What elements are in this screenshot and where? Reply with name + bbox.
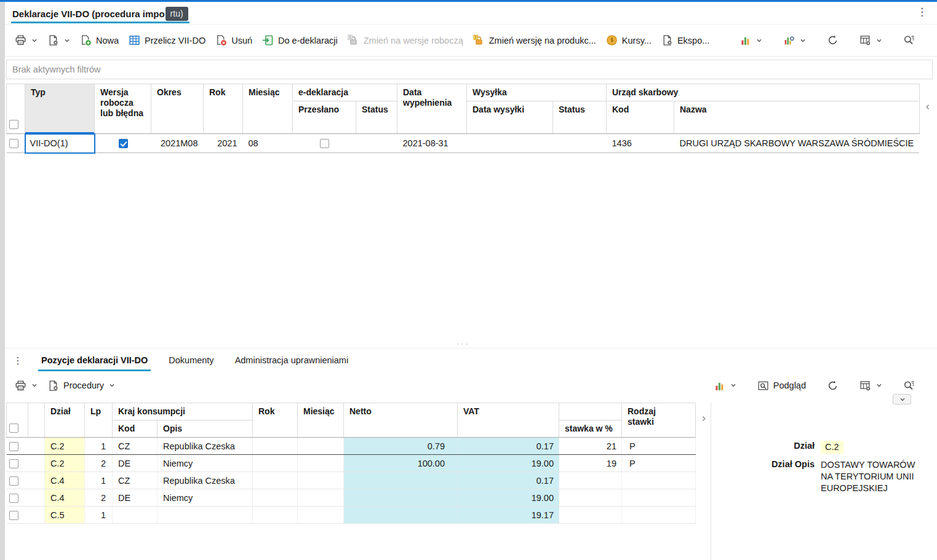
cell-kod[interactable]: DE [113, 455, 157, 472]
cell-lp[interactable]: 2 [85, 455, 113, 472]
cell-dzial[interactable]: C.2 [45, 455, 85, 472]
cell-opis[interactable] [157, 507, 253, 524]
cell-kod[interactable] [113, 507, 157, 524]
cell-rok[interactable] [253, 438, 298, 455]
chart-view-button[interactable] [735, 31, 767, 50]
expand-detail-panel-button[interactable] [697, 411, 709, 426]
col-header-nazwa[interactable]: Nazwa [674, 101, 920, 134]
cell-stawka[interactable]: 19 [559, 455, 622, 472]
cell-opis[interactable]: Niemcy [157, 455, 253, 472]
print-button[interactable] [10, 31, 42, 50]
cell-miesiac[interactable] [298, 489, 344, 507]
col-header-kod[interactable]: Kod [113, 420, 157, 438]
cell-rodzaj-stawki[interactable]: P [622, 438, 696, 455]
col-header-data-wysylki[interactable]: Data wysyłki [467, 101, 553, 134]
col-group-urzad-skarbowy[interactable]: Urząd skarbowy [607, 84, 920, 101]
cell-lp[interactable]: 2 [85, 489, 113, 507]
cell-stawka[interactable] [559, 489, 622, 507]
tab-administracja-uprawnieniami[interactable]: Administracja uprawnieniami [225, 349, 359, 372]
declaration-row[interactable]: VII-DO(1) 2021M08 2021 08 2021-08-31 143… [7, 134, 920, 153]
przeslano-checkbox[interactable] [320, 139, 329, 148]
row-checkbox[interactable] [9, 459, 18, 468]
panel-splitter-handle[interactable]: ··· [457, 339, 470, 348]
preview-button[interactable]: Podgląd [752, 376, 811, 395]
col-header-lp[interactable]: Lp [85, 403, 113, 438]
cell-kod[interactable]: DE [113, 489, 157, 507]
col-header-wersja-robocza[interactable]: Wersja robocza lub błędna [95, 84, 151, 134]
cell-vat[interactable]: 0.17 [458, 472, 559, 489]
cell-vat[interactable]: 19.00 [458, 455, 559, 472]
col-header-data-wypelnienia[interactable]: Data wypełnienia [397, 84, 467, 134]
row-checkbox[interactable] [9, 139, 18, 148]
recalculate-button[interactable]: Przelicz VII-DO [124, 31, 210, 50]
cell-typ[interactable]: VII-DO(1) [25, 134, 95, 153]
cell-rodzaj-stawki[interactable] [622, 489, 696, 507]
col-header-typ[interactable]: Typ [25, 84, 95, 134]
cell-vat[interactable]: 19.17 [458, 507, 559, 524]
cell-data-wypelnienia[interactable]: 2021-08-31 [397, 134, 467, 153]
currency-rates-button[interactable]: Kursy... [601, 31, 656, 50]
col-header-rodzaj-stawki[interactable]: Rodzaj stawki [622, 403, 696, 438]
cell-dzial[interactable]: C.4 [45, 489, 85, 507]
col-header-okres[interactable]: Okres [151, 84, 204, 134]
chart-settings-button[interactable] [778, 31, 811, 50]
position-row[interactable]: C.5 1 19.17 [7, 507, 696, 524]
cell-status-wysylka[interactable] [553, 134, 607, 153]
cell-miesiac[interactable] [298, 507, 344, 524]
row-checkbox[interactable] [9, 511, 18, 520]
cell-opis[interactable]: Republika Czeska [157, 472, 253, 489]
delete-button[interactable]: Usuń [210, 31, 257, 50]
new-button[interactable]: Nowa [75, 31, 124, 50]
print-button[interactable] [10, 376, 42, 395]
position-row[interactable]: C.4 2 DE Niemcy 19.00 [7, 489, 696, 507]
col-header-vat[interactable]: VAT [458, 403, 559, 438]
cell-miesiac[interactable] [298, 455, 344, 472]
cell-stawka[interactable] [559, 507, 622, 524]
col-header-miesiac[interactable]: Miesiąc [298, 403, 344, 438]
cell-kod-urzedu[interactable]: 1436 [607, 134, 674, 153]
to-edeclaration-button[interactable]: Do e-deklaracji [257, 31, 343, 50]
row-checkbox[interactable] [9, 476, 18, 486]
cell-netto[interactable]: 0.79 [344, 438, 458, 455]
cell-dzial[interactable]: C.5 [45, 507, 85, 524]
col-header-opis[interactable]: Opis [157, 420, 253, 438]
cell-opis[interactable]: Niemcy [157, 489, 253, 507]
col-header-kod[interactable]: Kod [607, 101, 674, 134]
cell-lp[interactable]: 1 [85, 438, 113, 455]
cell-rok[interactable] [253, 507, 298, 524]
grid-settings-button[interactable] [855, 31, 887, 50]
col-group-kraj-konsumpcji[interactable]: Kraj konsumpcji [113, 403, 253, 420]
cell-netto[interactable] [344, 489, 458, 507]
window-menu-icon[interactable]: ⋮ [917, 6, 927, 18]
tab-pozycje-deklaracji[interactable]: Pozycje deklaracji VII-DO [31, 349, 158, 372]
cell-kod[interactable]: CZ [113, 472, 157, 489]
detail-dzial-value[interactable]: C.2 [821, 441, 843, 454]
search-button[interactable] [898, 376, 920, 395]
cell-kod[interactable]: CZ [113, 438, 157, 455]
cell-dzial[interactable]: C.4 [45, 472, 85, 489]
select-all-checkbox[interactable] [9, 424, 18, 433]
cell-stawka[interactable] [559, 472, 622, 489]
cell-rodzaj-stawki[interactable]: P [622, 455, 696, 472]
cell-rok[interactable] [253, 472, 298, 489]
col-group-wysylka[interactable]: Wysyłka [467, 84, 607, 101]
col-header-dzial[interactable]: Dział [45, 403, 85, 438]
col-header-miesiac[interactable]: Miesiąc [243, 84, 293, 134]
chart-view-button[interactable] [709, 376, 741, 395]
col-header-netto[interactable]: Netto [344, 403, 458, 438]
search-button[interactable] [898, 31, 920, 50]
row-checkbox[interactable] [9, 494, 18, 503]
wersja-robocza-checkbox[interactable] [119, 139, 128, 148]
panel-menu-icon[interactable]: ⋮ [5, 355, 31, 366]
cell-netto[interactable] [344, 472, 458, 489]
position-row[interactable]: C.2 1 CZ Republika Czeska 0.79 0.17 21 P [7, 438, 696, 455]
cell-netto[interactable] [344, 507, 458, 524]
cell-rodzaj-stawki[interactable] [622, 472, 696, 489]
cell-dzial[interactable]: C.2 [45, 438, 85, 455]
export-button[interactable]: Ekspo... [656, 31, 714, 50]
collapse-panel-button[interactable] [893, 394, 911, 404]
cell-rodzaj-stawki[interactable] [622, 507, 696, 524]
col-header-status-edeklaracja[interactable]: Status [356, 101, 397, 134]
module-tab-deklaracje[interactable]: Deklaracje VII-DO (procedura importu) [11, 4, 189, 23]
document-options-button[interactable] [42, 31, 75, 50]
